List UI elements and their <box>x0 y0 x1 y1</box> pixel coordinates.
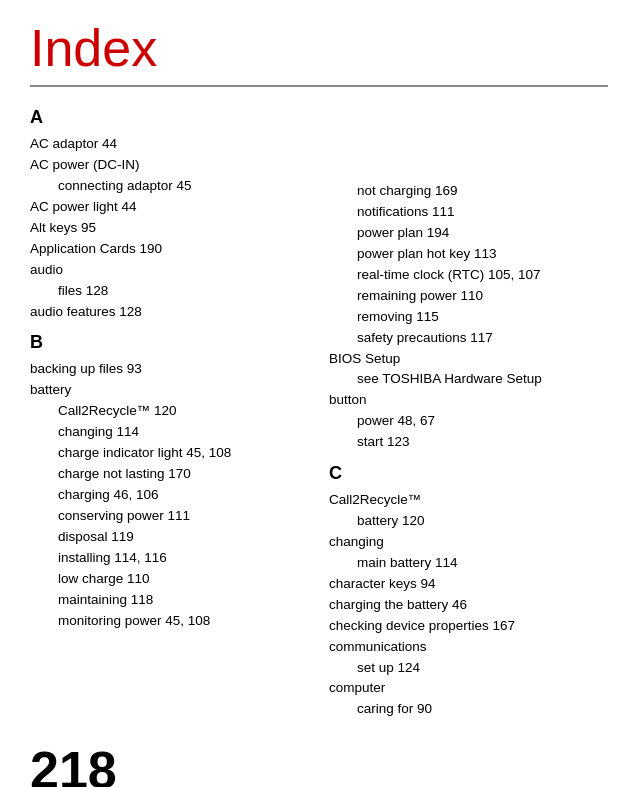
entry-bios-setup: BIOS Setup <box>329 349 608 370</box>
entry-low-charge: low charge 110 <box>30 569 309 590</box>
entry-call2recycle-battery: battery 120 <box>329 511 608 532</box>
entry-ac-power-light: AC power light 44 <box>30 197 309 218</box>
entry-conserving-power: conserving power 111 <box>30 506 309 527</box>
entry-communications: communications <box>329 637 608 658</box>
entry-charging-battery: charging the battery 46 <box>329 595 608 616</box>
entry-main-battery: main battery 114 <box>329 553 608 574</box>
section-letter-b: B <box>30 332 309 353</box>
entry-changing: changing 114 <box>30 422 309 443</box>
entry-removing: removing 115 <box>329 307 608 328</box>
entry-battery: battery <box>30 380 309 401</box>
entry-safety-precautions: safety precautions 117 <box>329 328 608 349</box>
entry-remaining-power: remaining power 110 <box>329 286 608 307</box>
entry-call2recycle-c: Call2Recycle™ <box>329 490 608 511</box>
entry-rtc: real-time clock (RTC) 105, 107 <box>329 265 608 286</box>
entry-ac-adaptor: AC adaptor 44 <box>30 134 309 155</box>
entry-audio-files: files 128 <box>30 281 309 302</box>
entry-start-button: start 123 <box>329 432 608 453</box>
entry-monitoring-power: monitoring power 45, 108 <box>30 611 309 632</box>
entry-caring-for: caring for 90 <box>329 699 608 720</box>
entry-power-button: power 48, 67 <box>329 411 608 432</box>
entry-character-keys: character keys 94 <box>329 574 608 595</box>
entry-button: button <box>329 390 608 411</box>
entry-notifications: notifications 111 <box>329 202 608 223</box>
left-column: A AC adaptor 44 AC power (DC-IN) connect… <box>30 103 319 720</box>
entry-backing-up-files: backing up files 93 <box>30 359 309 380</box>
entry-changing-c: changing <box>329 532 608 553</box>
entry-connecting-adaptor: connecting adaptor 45 <box>30 176 309 197</box>
entry-charge-not-lasting: charge not lasting 170 <box>30 464 309 485</box>
entry-maintaining: maintaining 118 <box>30 590 309 611</box>
entry-charging: charging 46, 106 <box>30 485 309 506</box>
entry-not-charging: not charging 169 <box>329 181 608 202</box>
entry-application-cards: Application Cards 190 <box>30 239 309 260</box>
entry-charge-indicator-light: charge indicator light 45, 108 <box>30 443 309 464</box>
entry-audio: audio <box>30 260 309 281</box>
entry-power-plan-hot-key: power plan hot key 113 <box>329 244 608 265</box>
entry-ac-power-dcin: AC power (DC-IN) <box>30 155 309 176</box>
section-letter-c: C <box>329 463 608 484</box>
entry-checking-device: checking device properties 167 <box>329 616 608 637</box>
entry-see-toshiba: see TOSHIBA Hardware Setup <box>329 369 608 390</box>
content-area: A AC adaptor 44 AC power (DC-IN) connect… <box>30 103 608 720</box>
entry-power-plan: power plan 194 <box>329 223 608 244</box>
right-column: not charging 169 notifications 111 power… <box>319 103 608 720</box>
entry-alt-keys: Alt keys 95 <box>30 218 309 239</box>
divider <box>30 85 608 87</box>
entry-computer: computer <box>329 678 608 699</box>
entry-installing: installing 114, 116 <box>30 548 309 569</box>
entry-disposal: disposal 119 <box>30 527 309 548</box>
section-letter-a: A <box>30 107 309 128</box>
entry-set-up: set up 124 <box>329 658 608 679</box>
page-number: 218 <box>30 740 608 787</box>
entry-call2recycle: Call2Recycle™ 120 <box>30 401 309 422</box>
entry-audio-features: audio features 128 <box>30 302 309 323</box>
page-title: Index <box>30 20 608 77</box>
